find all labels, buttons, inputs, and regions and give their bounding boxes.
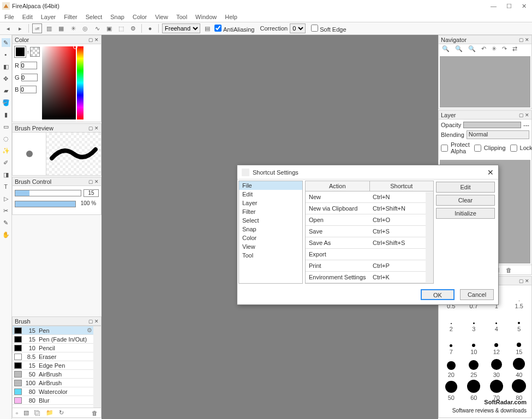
menu-file[interactable]: File [4, 14, 14, 20]
menu-tool[interactable]: Tool [176, 14, 187, 20]
fill-shape-tool-icon[interactable]: ▰ [2, 86, 10, 95]
protect-alpha-checkbox[interactable]: Protect Alpha [441, 141, 470, 154]
menu-help[interactable]: Help [225, 14, 237, 20]
stroke-mode-select[interactable]: Freehand [162, 23, 200, 33]
snap-radial-icon[interactable]: ✳ [68, 23, 78, 33]
snap-settings-icon[interactable]: ⚙ [128, 23, 138, 33]
menu-edit[interactable]: Edit [22, 14, 33, 20]
divide-tool-icon[interactable]: ✂ [2, 206, 10, 215]
rotate-right-icon[interactable]: ↷ [502, 45, 507, 54]
shortcut-row[interactable]: OpenCtrl+O [306, 214, 433, 226]
softedge-checkbox[interactable]: Soft Edge [311, 25, 346, 33]
brush-row[interactable]: 15Pen⚙ [13, 326, 101, 335]
category-item[interactable]: View [239, 242, 302, 251]
panel-undock-icon[interactable]: ▢ [519, 37, 524, 43]
stroke-settings-icon[interactable]: ▤ [202, 23, 212, 33]
category-item[interactable]: Filter [239, 207, 302, 216]
delete-brush-icon[interactable]: 🗑 [92, 410, 98, 416]
dialog-close-icon[interactable]: ✕ [487, 168, 494, 177]
snap-curve-icon[interactable]: ∿ [92, 23, 102, 33]
category-item[interactable]: Select [239, 216, 302, 225]
canvas-area[interactable]: Shortcut Settings ✕ FileEditLayerFilterS… [101, 35, 438, 419]
panel-close-icon[interactable]: ✕ [94, 179, 99, 184]
eraser-tool-icon[interactable]: ◧ [2, 62, 10, 71]
gradient-tool-icon[interactable]: ▮ [2, 110, 10, 119]
delete-layer-icon[interactable]: 🗑 [506, 267, 512, 273]
panel-close-icon[interactable]: ✕ [525, 112, 529, 118]
layer-opacity-slider[interactable] [463, 122, 521, 128]
brush-size-cell[interactable]: 3 [463, 310, 486, 332]
swap-colors-icon[interactable]: ↕ [27, 50, 29, 55]
snap-vanishing-icon[interactable]: ▣ [104, 23, 114, 33]
blending-select[interactable]: Normal [467, 130, 529, 139]
duplicate-brush-icon[interactable]: ⿻ [34, 410, 40, 416]
color-picker[interactable] [42, 46, 83, 119]
panel-close-icon[interactable]: ✕ [94, 37, 99, 43]
snap-off-button[interactable]: off [32, 23, 42, 33]
wand-tool-icon[interactable]: ✨ [2, 146, 10, 155]
antialiasing-checkbox[interactable]: AntiAliasing [214, 25, 254, 33]
hand-tool-icon[interactable]: ✋ [2, 230, 10, 239]
undo-icon[interactable]: ◂ [3, 23, 13, 33]
panel-undock-icon[interactable]: ▢ [88, 319, 93, 324]
snap-grid-icon[interactable]: ▦ [56, 23, 66, 33]
background-swatch[interactable] [30, 47, 40, 57]
category-item[interactable]: Edit [239, 190, 302, 199]
brush-size-cell[interactable]: 10 [463, 333, 486, 355]
foreground-swatch[interactable] [15, 46, 26, 57]
brush-row[interactable]: 10Pencil [13, 344, 101, 352]
brush-size-cell[interactable]: 2 [440, 310, 463, 332]
selpen-tool-icon[interactable]: ✐ [2, 158, 10, 167]
snap-parallel-icon[interactable]: ▥ [44, 23, 54, 33]
flip-icon[interactable]: ⇄ [512, 45, 517, 54]
brush-row[interactable]: 80Watercolor [13, 387, 101, 396]
lock-checkbox[interactable]: Lock [510, 145, 532, 152]
shortcut-row[interactable]: Export [306, 249, 433, 260]
brush-size-cell[interactable]: 5 [508, 310, 531, 332]
shortcut-row[interactable]: PrintCtrl+P [306, 260, 433, 272]
add-bitmap-brush-icon[interactable]: ▧ [23, 409, 29, 416]
hue-slider[interactable] [77, 46, 83, 119]
brush-tool-icon[interactable]: ✎ [2, 38, 10, 47]
brush-row[interactable]: 100AirBrush [13, 379, 101, 387]
redo-icon[interactable]: ▸ [15, 23, 25, 33]
menu-layer[interactable]: Layer [41, 14, 56, 20]
zoom-fit-icon[interactable]: 🔍 [468, 45, 476, 54]
panel-undock-icon[interactable]: ▢ [519, 112, 524, 118]
bucket-tool-icon[interactable]: 🪣 [2, 98, 10, 107]
menu-color[interactable]: Color [133, 14, 147, 20]
dot-tool-icon[interactable]: ▪ [2, 50, 10, 59]
panel-undock-icon[interactable]: ▢ [88, 179, 93, 184]
add-brush-icon[interactable]: ▫ [16, 410, 18, 416]
shortcut-row[interactable]: Environment SettingsCtrl+K [306, 272, 433, 283]
brush-row[interactable]: 8.5Eraser [13, 352, 101, 361]
panel-undock-icon[interactable]: ▢ [519, 278, 524, 284]
b-input[interactable] [20, 86, 37, 93]
menu-snap[interactable]: Snap [110, 14, 124, 20]
select-tool-icon[interactable]: ▭ [2, 122, 10, 131]
object-tool-icon[interactable]: ▷ [2, 194, 10, 203]
menu-filter[interactable]: Filter [64, 14, 77, 20]
brush-size-cell[interactable]: 20 [440, 356, 463, 378]
lasso-tool-icon[interactable]: ◌ [2, 134, 10, 143]
shortcut-row[interactable]: NewCtrl+N [306, 191, 433, 203]
brush-folder-icon[interactable]: 📁 [46, 409, 53, 416]
g-input[interactable] [21, 74, 38, 81]
size-slider[interactable] [15, 190, 81, 196]
shortcut-row[interactable]: New via ClipboardCtrl+Shift+N [306, 203, 433, 214]
menu-view[interactable]: View [155, 14, 168, 20]
r-input[interactable] [21, 62, 37, 69]
size-value[interactable]: 15 [83, 189, 99, 197]
menu-select[interactable]: Select [86, 14, 103, 20]
brush-size-cell[interactable]: 30 [485, 356, 508, 378]
clipping-checkbox[interactable]: Clipping [474, 145, 506, 152]
edit-button[interactable]: Edit [436, 182, 495, 193]
shortcut-row[interactable]: SaveCtrl+S [306, 226, 433, 237]
brush-row[interactable]: 15Edge Pen [13, 361, 101, 370]
brush-row[interactable]: 80Blur [13, 396, 101, 405]
opacity-slider[interactable] [15, 201, 76, 207]
seleraser-tool-icon[interactable]: ◨ [2, 170, 10, 179]
rotate-reset-icon[interactable]: ✳ [492, 45, 497, 54]
brush-size-cell[interactable]: 40 [508, 356, 531, 378]
record-icon[interactable]: ● [145, 23, 155, 33]
